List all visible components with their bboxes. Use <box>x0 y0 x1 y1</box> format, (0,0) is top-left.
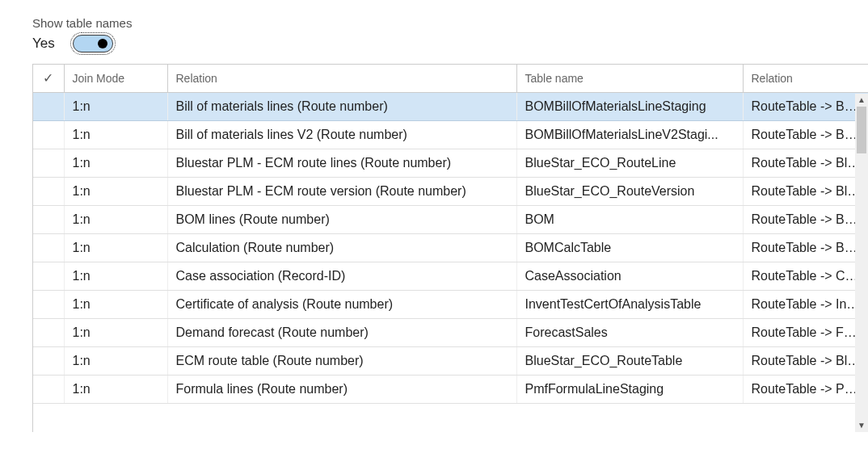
cell-table-name[interactable]: ForecastSales <box>516 319 743 347</box>
table-row[interactable]: 1:nBluestar PLM - ECM route version (Rou… <box>33 178 868 206</box>
cell-table-name[interactable]: BOMBillOfMaterialsLineV2Stagi... <box>516 121 743 149</box>
cell-relation2[interactable]: RouteTable -> BOMBillOfMaterialsLineStag… <box>743 93 868 121</box>
table-row[interactable]: 1:nBOM lines (Route number)BOMRouteTable… <box>33 206 868 234</box>
table-row[interactable]: 1:nCertificate of analysis (Route number… <box>33 291 868 319</box>
cell-check[interactable] <box>33 291 64 319</box>
cell-join-mode[interactable]: 1:n <box>64 234 167 262</box>
cell-table-name[interactable]: BOMCalcTable <box>516 234 743 262</box>
checkmark-icon: ✓ <box>43 71 53 85</box>
cell-relation2[interactable]: RouteTable -> BOM <box>743 206 868 234</box>
table-row[interactable]: 1:nFormula lines (Route number)PmfFormul… <box>33 376 868 404</box>
cell-join-mode[interactable]: 1:n <box>64 347 167 376</box>
vertical-scrollbar[interactable]: ▲ ▼ <box>855 94 868 432</box>
cell-check[interactable] <box>33 121 64 149</box>
scroll-thumb[interactable] <box>857 107 866 153</box>
cell-table-name[interactable]: BlueStar_ECO_RouteTable <box>516 347 743 376</box>
toggle-label: Show table names <box>32 16 868 30</box>
column-header-table-name[interactable]: Table name <box>516 65 743 93</box>
cell-check[interactable] <box>33 319 64 347</box>
column-header-relation2[interactable]: Relation <box>743 65 868 93</box>
cell-relation[interactable]: ECM route table (Route number) <box>167 347 516 376</box>
relations-table: ✓ Join Mode Relation Table name Relation… <box>33 65 868 404</box>
cell-relation[interactable]: Bill of materials lines (Route number) <box>167 93 516 121</box>
cell-relation2[interactable]: RouteTable -> CaseAssociation <box>743 262 868 291</box>
cell-table-name[interactable]: BlueStar_ECO_RouteLine <box>516 149 743 178</box>
toggle-group: Show table names Yes <box>0 0 868 64</box>
cell-table-name[interactable]: CaseAssociation <box>516 262 743 291</box>
table-row[interactable]: 1:nBill of materials lines (Route number… <box>33 93 868 121</box>
table-row[interactable]: 1:nBluestar PLM - ECM route lines (Route… <box>33 149 868 178</box>
table-row[interactable]: 1:nCalculation (Route number)BOMCalcTabl… <box>33 234 868 262</box>
cell-relation[interactable]: Certificate of analysis (Route number) <box>167 291 516 319</box>
cell-relation[interactable]: Calculation (Route number) <box>167 234 516 262</box>
scroll-down-icon[interactable]: ▼ <box>855 419 868 432</box>
cell-relation2[interactable]: RouteTable -> BlueStar_ECO_RouteVersion <box>743 178 868 206</box>
cell-check[interactable] <box>33 262 64 291</box>
table-row[interactable]: 1:nECM route table (Route number)BlueSta… <box>33 347 868 376</box>
cell-relation[interactable]: Case association (Record-ID) <box>167 262 516 291</box>
cell-relation2[interactable]: RouteTable -> BlueStar_ECO_RouteTable <box>743 347 868 376</box>
cell-relation[interactable]: Bluestar PLM - ECM route version (Route … <box>167 178 516 206</box>
cell-relation[interactable]: Formula lines (Route number) <box>167 376 516 404</box>
cell-relation2[interactable]: RouteTable -> BOMBillOfMaterialsLineV2St… <box>743 121 868 149</box>
cell-relation2[interactable]: RouteTable -> InventTestCertOfAnalysisTa… <box>743 291 868 319</box>
show-table-names-toggle[interactable] <box>73 35 113 52</box>
cell-relation[interactable]: BOM lines (Route number) <box>167 206 516 234</box>
cell-join-mode[interactable]: 1:n <box>64 376 167 404</box>
cell-table-name[interactable]: BOMBillOfMaterialsLineStaging <box>516 93 743 121</box>
cell-join-mode[interactable]: 1:n <box>64 319 167 347</box>
table-header-row: ✓ Join Mode Relation Table name Relation <box>33 65 868 93</box>
cell-relation2[interactable]: RouteTable -> PmfFormulaLineStaging <box>743 376 868 404</box>
cell-check[interactable] <box>33 234 64 262</box>
cell-join-mode[interactable]: 1:n <box>64 291 167 319</box>
cell-check[interactable] <box>33 206 64 234</box>
cell-check[interactable] <box>33 178 64 206</box>
cell-join-mode[interactable]: 1:n <box>64 206 167 234</box>
cell-join-mode[interactable]: 1:n <box>64 178 167 206</box>
cell-relation[interactable]: Bill of materials lines V2 (Route number… <box>167 121 516 149</box>
cell-relation[interactable]: Bluestar PLM - ECM route lines (Route nu… <box>167 149 516 178</box>
cell-relation2[interactable]: RouteTable -> ForecastSales <box>743 319 868 347</box>
cell-join-mode[interactable]: 1:n <box>64 149 167 178</box>
cell-check[interactable] <box>33 376 64 404</box>
cell-table-name[interactable]: InventTestCertOfAnalysisTable <box>516 291 743 319</box>
column-header-relation[interactable]: Relation <box>167 65 516 93</box>
cell-check[interactable] <box>33 347 64 376</box>
toggle-value: Yes <box>32 36 55 52</box>
cell-join-mode[interactable]: 1:n <box>64 121 167 149</box>
cell-check[interactable] <box>33 93 64 121</box>
column-header-check[interactable]: ✓ <box>33 65 64 93</box>
relations-grid: ✓ Join Mode Relation Table name Relation… <box>32 64 868 432</box>
toggle-knob-icon <box>98 39 107 48</box>
cell-join-mode[interactable]: 1:n <box>64 93 167 121</box>
cell-join-mode[interactable]: 1:n <box>64 262 167 291</box>
table-row[interactable]: 1:nDemand forecast (Route number)Forecas… <box>33 319 868 347</box>
toggle-row: Yes <box>32 35 868 52</box>
cell-check[interactable] <box>33 149 64 178</box>
cell-relation[interactable]: Demand forecast (Route number) <box>167 319 516 347</box>
column-header-join-mode[interactable]: Join Mode <box>64 65 167 93</box>
table-row[interactable]: 1:nBill of materials lines V2 (Route num… <box>33 121 868 149</box>
cell-relation2[interactable]: RouteTable -> BlueStar_ECO_RouteLine <box>743 149 868 178</box>
scroll-up-icon[interactable]: ▲ <box>855 94 868 107</box>
table-row[interactable]: 1:nCase association (Record-ID)CaseAssoc… <box>33 262 868 291</box>
cell-table-name[interactable]: BlueStar_ECO_RouteVersion <box>516 178 743 206</box>
cell-table-name[interactable]: BOM <box>516 206 743 234</box>
cell-table-name[interactable]: PmfFormulaLineStaging <box>516 376 743 404</box>
cell-relation2[interactable]: RouteTable -> BOMCalcTable <box>743 234 868 262</box>
